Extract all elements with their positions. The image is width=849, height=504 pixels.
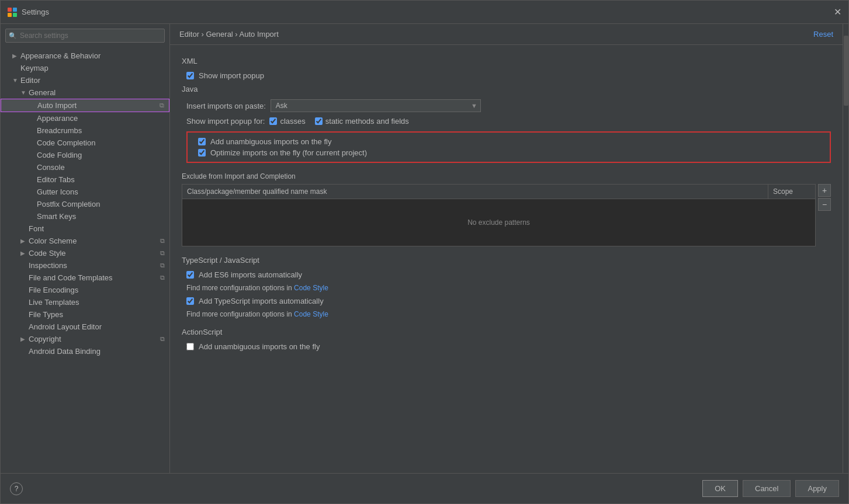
add-unambiguous-label[interactable]: Add unambiguous imports on the fly bbox=[210, 137, 331, 146]
java-section-label: Java bbox=[182, 85, 831, 93]
sidebar-item-code-completion[interactable]: Code Completion bbox=[1, 137, 169, 149]
show-import-popup-label[interactable]: Show import popup bbox=[199, 71, 264, 80]
static-methods-checkbox-wrap: static methods and fields bbox=[315, 117, 409, 126]
sidebar-item-label: Editor bbox=[20, 76, 165, 85]
sidebar-item-console[interactable]: Console bbox=[1, 161, 169, 173]
no-patterns-text: No exclude patterns bbox=[467, 218, 530, 227]
classes-checkbox-wrap: classes bbox=[269, 117, 305, 126]
sidebar-item-gutter-icons[interactable]: Gutter Icons bbox=[1, 186, 169, 198]
scrollbar-track[interactable] bbox=[843, 24, 848, 473]
add-typescript-checkbox[interactable] bbox=[186, 297, 194, 305]
exclude-actions: + − bbox=[818, 184, 831, 246]
classes-label[interactable]: classes bbox=[280, 117, 305, 126]
sidebar-item-label: Auto Import bbox=[37, 101, 160, 110]
bottom-bar: ? OK Cancel Apply bbox=[1, 473, 848, 503]
sidebar-item-label: Appearance bbox=[37, 114, 165, 123]
code-style-link-es6[interactable]: Code Style bbox=[294, 284, 328, 292]
sidebar-item-label: Code Style bbox=[29, 249, 160, 258]
add-typescript-label[interactable]: Add TypeScript imports automatically bbox=[199, 297, 324, 305]
sidebar-item-file-types[interactable]: File Types bbox=[1, 308, 169, 321]
exclude-col-name: Class/package/member qualified name mask bbox=[182, 185, 768, 199]
sidebar-item-label: General bbox=[29, 88, 165, 97]
sidebar-item-code-style[interactable]: ▶ Code Style ⧉ bbox=[1, 247, 169, 259]
add-unambiguous-checkbox[interactable] bbox=[198, 138, 206, 145]
arrow-icon: ▼ bbox=[12, 77, 20, 84]
static-methods-label[interactable]: static methods and fields bbox=[325, 117, 409, 126]
bottom-right: OK Cancel Apply bbox=[702, 480, 839, 497]
sidebar-item-label: File Encodings bbox=[29, 286, 165, 294]
search-icon: 🔍 bbox=[9, 32, 17, 40]
reset-link[interactable]: Reset bbox=[813, 30, 833, 39]
cancel-button[interactable]: Cancel bbox=[743, 480, 791, 497]
sidebar-item-appearance-behavior[interactable]: ▶ Appearance & Behavior bbox=[1, 50, 169, 62]
sidebar-item-color-scheme[interactable]: ▶ Color Scheme ⧉ bbox=[1, 235, 169, 247]
exclude-table-body: No exclude patterns bbox=[182, 199, 815, 246]
exclude-table: Class/package/member qualified name mask… bbox=[182, 184, 816, 246]
arrow-icon: ▶ bbox=[12, 53, 20, 59]
sidebar-item-code-folding[interactable]: Code Folding bbox=[1, 149, 169, 161]
add-es6-checkbox[interactable] bbox=[186, 271, 194, 279]
as-add-unambiguous-label[interactable]: Add unambiguous imports on the fly bbox=[199, 342, 320, 351]
help-button[interactable]: ? bbox=[10, 482, 23, 495]
breadcrumb: Editor › General › Auto Import bbox=[179, 30, 279, 39]
sidebar: 🔍 ▶ Appearance & Behavior Keymap ▼ Edito… bbox=[1, 24, 170, 473]
sidebar-item-editor[interactable]: ▼ Editor bbox=[1, 74, 169, 86]
insert-imports-row: Insert imports on paste: Ask Always Neve… bbox=[182, 99, 831, 112]
add-es6-row: Add ES6 imports automatically bbox=[182, 270, 831, 279]
find-more-es6-row: Find more configuration options in Code … bbox=[182, 284, 831, 292]
sidebar-item-auto-import[interactable]: Auto Import ⧉ bbox=[1, 99, 169, 112]
show-import-popup-checkbox[interactable] bbox=[186, 72, 194, 79]
sidebar-item-inspections[interactable]: Inspections ⧉ bbox=[1, 259, 169, 272]
add-typescript-row: Add TypeScript imports automatically bbox=[182, 297, 831, 305]
as-add-unambiguous-checkbox[interactable] bbox=[186, 343, 194, 350]
sidebar-item-android-layout-editor[interactable]: Android Layout Editor bbox=[1, 321, 169, 333]
sidebar-item-live-templates[interactable]: Live Templates bbox=[1, 296, 169, 308]
sidebar-item-font[interactable]: Font bbox=[1, 223, 169, 235]
as-add-unambiguous-row: Add unambiguous imports on the fly bbox=[182, 342, 831, 351]
sidebar-item-android-data-binding[interactable]: Android Data Binding bbox=[1, 345, 169, 357]
sidebar-item-label: Code Completion bbox=[37, 138, 165, 147]
add-exclude-button[interactable]: + bbox=[818, 184, 831, 197]
title-bar: Settings ✕ bbox=[1, 1, 848, 24]
copy-icon: ⧉ bbox=[160, 237, 165, 245]
svg-rect-0 bbox=[8, 8, 12, 12]
static-methods-checkbox[interactable] bbox=[315, 117, 323, 125]
remove-exclude-button[interactable]: − bbox=[818, 198, 831, 211]
add-es6-label[interactable]: Add ES6 imports automatically bbox=[199, 270, 302, 279]
apply-button[interactable]: Apply bbox=[795, 480, 839, 497]
arrow-icon: ▶ bbox=[20, 238, 29, 244]
code-style-link-ts[interactable]: Code Style bbox=[294, 310, 328, 318]
sidebar-item-keymap[interactable]: Keymap bbox=[1, 62, 169, 74]
scrollbar-thumb[interactable] bbox=[844, 36, 848, 106]
optimize-imports-label[interactable]: Optimize imports on the fly (for current… bbox=[210, 148, 367, 157]
sidebar-item-label: Keymap bbox=[20, 64, 165, 72]
optimize-imports-checkbox[interactable] bbox=[198, 149, 206, 157]
sidebar-item-postfix-completion[interactable]: Postfix Completion bbox=[1, 198, 169, 210]
sidebar-item-copyright[interactable]: ▶ Copyright ⧉ bbox=[1, 333, 169, 345]
exclude-section: Exclude from Import and Completion Class… bbox=[182, 172, 831, 246]
sidebar-item-appearance[interactable]: Appearance bbox=[1, 112, 169, 124]
exclude-col-scope: Scope bbox=[768, 185, 815, 199]
main-panel: Editor › General › Auto Import Reset XML… bbox=[170, 24, 843, 473]
breadcrumb-bar: Editor › General › Auto Import Reset bbox=[170, 24, 843, 45]
sidebar-item-label: Console bbox=[37, 163, 165, 172]
ts-section-label: TypeScript / JavaScript bbox=[182, 256, 831, 265]
sidebar-item-smart-keys[interactable]: Smart Keys bbox=[1, 210, 169, 223]
svg-rect-2 bbox=[8, 13, 12, 17]
sidebar-item-editor-tabs[interactable]: Editor Tabs bbox=[1, 173, 169, 186]
sidebar-item-breadcrumbs[interactable]: Breadcrumbs bbox=[1, 124, 169, 137]
sidebar-item-label: Appearance & Behavior bbox=[20, 51, 165, 60]
sidebar-item-file-code-templates[interactable]: File and Code Templates ⧉ bbox=[1, 272, 169, 284]
ok-button[interactable]: OK bbox=[702, 480, 738, 497]
classes-checkbox[interactable] bbox=[269, 117, 277, 125]
sidebar-item-general[interactable]: ▼ General bbox=[1, 86, 169, 99]
exclude-section-label: Exclude from Import and Completion bbox=[182, 172, 831, 180]
search-input[interactable] bbox=[5, 29, 165, 43]
insert-imports-select-wrap: Ask Always Never ▼ bbox=[271, 99, 481, 112]
insert-imports-select[interactable]: Ask Always Never bbox=[271, 99, 481, 112]
close-button[interactable]: ✕ bbox=[834, 6, 841, 18]
svg-rect-1 bbox=[13, 8, 17, 12]
sidebar-item-file-encodings[interactable]: File Encodings bbox=[1, 284, 169, 296]
bottom-left: ? bbox=[10, 482, 23, 495]
app-icon bbox=[8, 8, 17, 17]
